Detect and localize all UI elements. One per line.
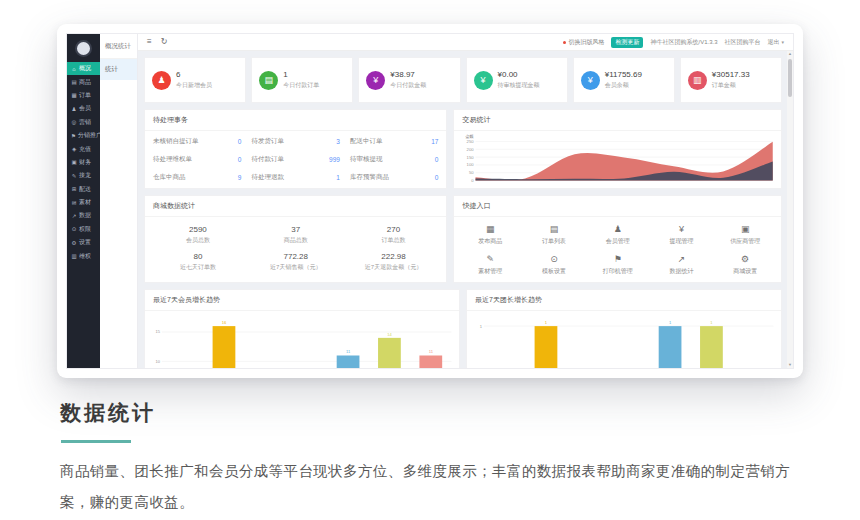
quick-entry-label: 发布商品	[458, 237, 522, 246]
mall-stat-label: 商品总数	[247, 236, 345, 245]
caption-section: 数据统计 商品销量、团长推广和会员分成等平台现状多方位、多维度展示；丰富的数据报…	[60, 399, 812, 518]
sidebar-item-icon: ▥	[71, 253, 77, 259]
scroll-up-icon[interactable]: ▲	[787, 51, 793, 57]
sidebar-item-充值[interactable]: ◈充值	[67, 142, 100, 155]
topbar-nav: 切换旧版风格检测更新神牛社区团购系统/V1.3.3社区团购平台退出▾	[563, 37, 784, 48]
topbar-link[interactable]: 切换旧版风格	[563, 38, 604, 47]
sidebar-item-概况[interactable]: ⌂概况	[67, 62, 100, 75]
svg-text:0: 0	[472, 178, 475, 183]
svg-text:金额: 金额	[466, 134, 475, 139]
scrollbar-thumb[interactable]	[788, 59, 792, 97]
quick-entry-icon: ♟	[586, 225, 650, 234]
quick-entry-icon: ▣	[713, 225, 777, 234]
hamburger-icon[interactable]: ≡	[147, 38, 152, 46]
topbar-link[interactable]: 退出▾	[767, 38, 784, 47]
refresh-icon[interactable]: ↻	[161, 38, 168, 46]
sidebar-item-label: 会员	[79, 104, 91, 113]
stat-value: ¥38.97	[390, 70, 426, 79]
svg-text:03-13: 03-13	[515, 187, 527, 189]
sidebar-item-权限[interactable]: ⊙权限	[67, 223, 100, 236]
sidebar-item-配送[interactable]: ⊞配送	[67, 183, 100, 196]
stat-card[interactable]: ▤1今日付款订单	[251, 57, 353, 103]
sidebar-item-设置[interactable]: ⚙设置	[67, 236, 100, 249]
sidebar-item-维权[interactable]: ▥维权	[67, 249, 100, 262]
quick-entry-供应商管理[interactable]: ▣供应商管理	[713, 225, 777, 246]
todo-item[interactable]: 待付款订单999	[251, 150, 339, 168]
quick-entry-icon: ⊙	[522, 255, 586, 264]
svg-text:03-17: 03-17	[713, 187, 725, 189]
sidebar-item-商品[interactable]: ▤商品	[67, 75, 100, 88]
sidebar-item-icon: ⚙	[71, 240, 77, 246]
mall-stat-value: 270	[345, 225, 443, 234]
quick-entry-素材管理[interactable]: ✎素材管理	[458, 255, 522, 276]
stat-icon: ¥	[581, 71, 600, 90]
svg-text:15: 15	[156, 329, 161, 334]
quick-entry-订单列表[interactable]: ▤订单列表	[522, 225, 586, 246]
topbar-link[interactable]: 社区团购平台	[724, 38, 760, 47]
todo-value: 0	[238, 138, 242, 145]
todo-label: 待发货订单	[251, 137, 284, 146]
quick-entry-icon: ▤	[522, 225, 586, 234]
stat-card[interactable]: ¥¥0.00待审核提现金额	[466, 57, 568, 103]
stat-card[interactable]: ▥¥30517.33订单金额	[680, 57, 782, 103]
quick-entry-提现管理[interactable]: ¥提现管理	[650, 225, 714, 246]
sidebar-item-素材[interactable]: ✉素材	[67, 196, 100, 209]
quick-entry-发布商品[interactable]: ▦发布商品	[458, 225, 522, 246]
todo-item[interactable]: 未核销自提订单0	[153, 132, 241, 150]
stat-value: 6	[176, 70, 212, 79]
sidebar-item-会员[interactable]: ♟会员	[67, 102, 100, 115]
mall-stat: 772.28近7天销售额（元）	[247, 252, 345, 272]
todo-label: 未核销自提订单	[153, 137, 199, 146]
stat-card[interactable]: ¥¥38.97今日付款金额	[358, 57, 460, 103]
quick-entry-模板设置[interactable]: ⊙模板设置	[522, 255, 586, 276]
sidebar-nav: ⌂概况▤商品▦订单♟会员◎营销⚑分销推广◈充值▣财务✎接龙⊞配送✉素材↗数据⊙权…	[67, 62, 100, 263]
submenu-item-stats[interactable]: 统计	[100, 59, 137, 80]
todo-item[interactable]: 待发货订单3	[251, 132, 339, 150]
sidebar-item-label: 接龙	[79, 171, 91, 180]
mall-stats-grid: 2590会员总数37商品总数270订单总数80近七天订单数772.28近7天销售…	[145, 217, 446, 272]
svg-text:11: 11	[346, 349, 351, 354]
quick-entry-打印机管理[interactable]: ⚑打印机管理	[586, 255, 650, 276]
todo-item[interactable]: 库存预警商品0	[350, 169, 438, 187]
sidebar-item-订单[interactable]: ▦订单	[67, 89, 100, 102]
svg-text:100: 100	[467, 162, 475, 167]
svg-text:11: 11	[429, 349, 434, 354]
sidebar-item-数据[interactable]: ↗数据	[67, 209, 100, 222]
stat-icon: ¥	[474, 71, 493, 90]
stat-card[interactable]: ♟6今日新增会员	[144, 57, 246, 103]
sidebar-item-营销[interactable]: ◎营销	[67, 116, 100, 129]
todo-item[interactable]: 待审核提现0	[350, 150, 438, 168]
svg-text:1: 1	[545, 320, 548, 325]
dashboard-content: ♟6今日新增会员▤1今日付款订单¥¥38.97今日付款金额¥¥0.00待审核提现…	[138, 51, 793, 368]
todo-item[interactable]: 待处理维权单0	[153, 150, 241, 168]
quick-entry-商城设置[interactable]: ⚙商城设置	[713, 255, 777, 276]
mall-stat: 37商品总数	[247, 225, 345, 245]
todo-item[interactable]: 仓库中商品9	[153, 169, 241, 187]
topbar-link[interactable]: 神牛社区团购系统/V1.3.3	[650, 38, 717, 47]
sidebar-item-label: 数据	[79, 211, 91, 220]
mall-stat-value: 222.98	[345, 252, 443, 261]
quick-entry-会员管理[interactable]: ♟会员管理	[586, 225, 650, 246]
avatar[interactable]	[75, 40, 92, 57]
sidebar-item-icon: ◎	[71, 119, 77, 125]
stat-value: 1	[283, 70, 319, 79]
todo-value: 0	[435, 174, 439, 181]
quick-entry-数据统计[interactable]: ↗数据统计	[650, 255, 714, 276]
sidebar-item-icon: ✎	[71, 173, 77, 179]
stat-card[interactable]: ¥¥11755.69会员余额	[573, 57, 675, 103]
stat-label: 会员余额	[605, 81, 642, 90]
svg-text:03-16: 03-16	[663, 187, 675, 189]
vertical-scrollbar[interactable]: ▲ ▼	[787, 51, 793, 368]
svg-text:14: 14	[387, 332, 392, 337]
sidebar-item-分销推广[interactable]: ⚑分销推广	[67, 129, 100, 142]
check-update-badge[interactable]: 检测更新	[611, 37, 643, 48]
todo-item[interactable]: 配送中订单17	[350, 132, 438, 150]
sidebar-item-接龙[interactable]: ✎接龙	[67, 169, 100, 182]
sidebar-item-财务[interactable]: ▣财务	[67, 156, 100, 169]
sidebar-item-label: 分销推广	[78, 131, 102, 140]
trade-panel-title: 交易统计	[454, 110, 781, 131]
todo-item[interactable]: 待处理退款1	[251, 169, 339, 187]
secondary-sidebar: 概况统计 统计	[100, 34, 138, 368]
scroll-down-icon[interactable]: ▼	[787, 362, 793, 368]
sidebar-item-label: 商品	[79, 78, 91, 87]
